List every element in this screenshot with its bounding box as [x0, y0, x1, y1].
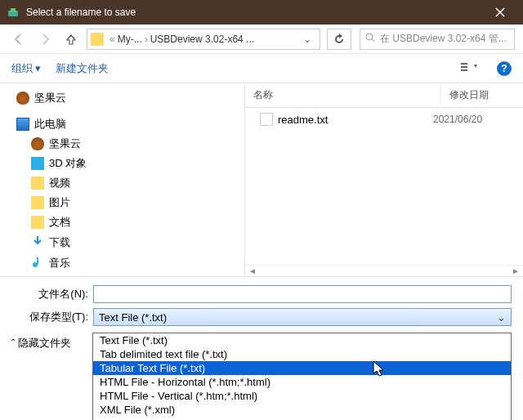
tree-item-desktop[interactable]: 桌面 — [0, 273, 244, 276]
filetype-label: 保存类型(T): — [11, 310, 93, 324]
back-button[interactable] — [8, 29, 29, 50]
text-file-icon — [260, 113, 273, 126]
video-icon — [31, 176, 44, 190]
file-name: readme.txt — [278, 114, 328, 126]
filetype-option[interactable]: Tabular Text File (*.txt) — [93, 361, 511, 375]
app-icon — [7, 6, 20, 19]
help-button[interactable]: ? — [497, 61, 512, 76]
chevron-right-icon: › — [142, 34, 150, 45]
pc-icon — [16, 118, 29, 131]
filetype-dropdown[interactable]: Text File (*.txt) Tab delimited text fil… — [92, 333, 512, 420]
tree-item-this-pc[interactable]: 此电脑 — [0, 114, 244, 134]
filetype-option[interactable]: Comma delimited text file (*.csv) — [93, 417, 511, 420]
tree-item-nutcloud2[interactable]: 坚果云 — [0, 134, 244, 154]
tree-item-downloads[interactable]: 下载 — [0, 232, 244, 252]
filetype-option[interactable]: Text File (*.txt) — [93, 333, 511, 347]
refresh-button[interactable] — [327, 29, 351, 50]
view-options-button[interactable] — [458, 58, 482, 78]
chevron-down-icon: ⌄ — [497, 311, 506, 324]
column-header-date[interactable]: 修改日期 — [441, 83, 523, 107]
up-button[interactable] — [60, 29, 82, 50]
nut-icon — [31, 137, 44, 150]
window-title: Select a filename to save — [26, 7, 484, 18]
svg-rect-7 — [461, 66, 467, 68]
picture-icon — [31, 196, 44, 209]
search-icon — [365, 33, 375, 45]
breadcrumb-sep: « — [107, 34, 118, 45]
chevron-up-icon: ˆ — [11, 337, 15, 350]
filetype-option[interactable]: HTML File - Horizontal (*.htm;*.html) — [93, 375, 511, 389]
breadcrumb-seg[interactable]: USBDeview 3.02-x64 ... — [150, 34, 254, 45]
tree-item-pictures[interactable]: 图片 — [0, 193, 244, 212]
filetype-option[interactable]: HTML File - Vertical (*.htm;*.html) — [93, 389, 511, 403]
file-date: 2021/06/20 — [433, 114, 515, 125]
svg-rect-0 — [8, 11, 18, 16]
file-row[interactable]: readme.txt 2021/06/20 — [245, 108, 523, 131]
filename-label: 文件名(N): — [11, 287, 93, 302]
folder-icon — [91, 33, 104, 46]
forward-button[interactable] — [34, 29, 56, 50]
column-header-name[interactable]: 名称 — [245, 83, 441, 107]
filetype-option[interactable]: XML File (*.xml) — [93, 403, 511, 417]
horizontal-scrollbar[interactable]: ◄► — [245, 265, 523, 276]
music-icon — [31, 255, 44, 270]
folder-tree[interactable]: 坚果云 此电脑 坚果云 3D 对象 视频 图片 文档 下载 音乐 桌面 — [0, 83, 245, 276]
breadcrumb-dropdown[interactable]: ⌄ — [298, 34, 316, 45]
svg-rect-6 — [461, 63, 467, 65]
filetype-combo[interactable]: Text File (*.txt) ⌄ — [93, 308, 512, 326]
filename-input[interactable] — [93, 285, 512, 303]
tree-item-music[interactable]: 音乐 — [0, 252, 244, 273]
tree-item-3d[interactable]: 3D 对象 — [0, 154, 244, 173]
breadcrumb-seg[interactable]: My-... — [118, 34, 142, 45]
filetype-selected: Text File (*.txt) — [99, 311, 167, 324]
tree-item-documents[interactable]: 文档 — [0, 212, 244, 232]
nut-icon — [16, 92, 29, 105]
filetype-option[interactable]: Tab delimited text file (*.txt) — [93, 347, 511, 361]
hide-folders-toggle[interactable]: ˆ 隐藏文件夹 — [11, 336, 71, 351]
download-icon — [31, 235, 44, 250]
svg-line-5 — [372, 39, 374, 42]
breadcrumb[interactable]: « My-... › USBDeview 3.02-x64 ... ⌄ — [87, 29, 320, 50]
file-list[interactable]: readme.txt 2021/06/20 — [245, 108, 523, 265]
search-placeholder: 在 USBDeview 3.02-x64 管... — [380, 32, 507, 46]
search-input[interactable]: 在 USBDeview 3.02-x64 管... — [360, 29, 515, 50]
tree-item-nutcloud[interactable]: 坚果云 — [0, 88, 244, 108]
svg-rect-1 — [11, 8, 16, 11]
chevron-down-icon: ▾ — [35, 62, 41, 74]
svg-rect-10 — [37, 257, 38, 265]
svg-point-4 — [366, 34, 373, 40]
close-button[interactable] — [484, 0, 516, 25]
new-folder-button[interactable]: 新建文件夹 — [56, 61, 109, 76]
3d-icon — [31, 157, 44, 170]
document-icon — [31, 216, 44, 229]
tree-item-videos[interactable]: 视频 — [0, 173, 244, 193]
svg-rect-8 — [461, 69, 467, 71]
organize-button[interactable]: 组织 ▾ — [11, 61, 41, 76]
